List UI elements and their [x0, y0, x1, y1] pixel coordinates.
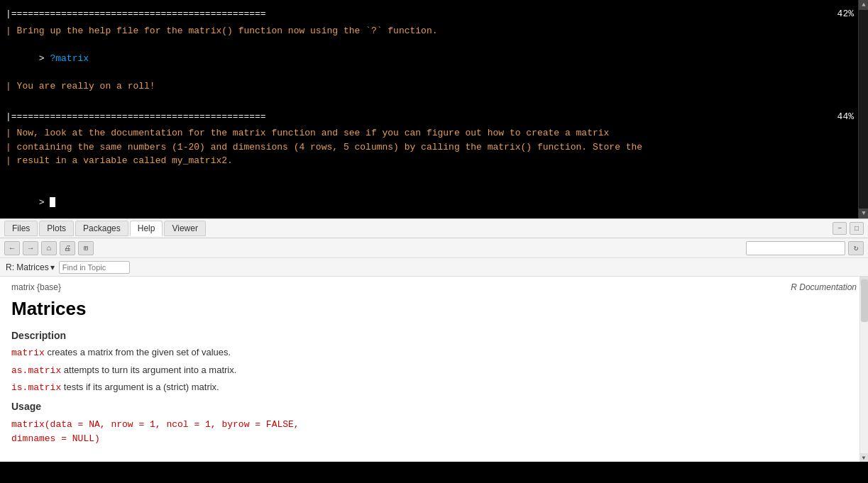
- nav-search-input[interactable]: [746, 241, 845, 255]
- files-plots-toolbar: Files Plots Packages Help Viewer − □: [0, 218, 868, 238]
- term-instruction-3: | containing the same numbers (1-20) and…: [0, 140, 868, 155]
- help-rdoc-label: R Documentation: [791, 282, 857, 292]
- breadcrumb-package[interactable]: R: Matrices ▾: [6, 262, 55, 272]
- term-prompt-1[interactable]: > ?matrix: [0, 38, 868, 79]
- term-divider-text-2: |=======================================…: [6, 110, 266, 124]
- help-usage-line2: dimnames = NULL): [11, 432, 857, 447]
- help-scroll-down-arrow[interactable]: ▼: [859, 453, 868, 462]
- help-desc-ismatrix-text: tests if its argument is a (strict) matr…: [61, 382, 219, 392]
- term-divider-text-1: |=======================================…: [6, 7, 266, 21]
- help-package-label: matrix {base}: [11, 282, 61, 292]
- help-usage-code: matrix(data = NA, nrow = 1, ncol = 1, by…: [0, 415, 868, 450]
- help-desc-matrix-text: creates a matrix from the given set of v…: [45, 347, 231, 357]
- breadcrumb-dropdown-icon: ▾: [50, 262, 55, 272]
- tab-help[interactable]: Help: [130, 221, 163, 236]
- maximize-button[interactable]: □: [850, 222, 864, 235]
- help-content-panel: matrix {base} R Documentation Matrices D…: [0, 277, 868, 462]
- term-command-1: ?matrix: [50, 53, 89, 64]
- find-topic-input[interactable]: [59, 261, 130, 274]
- terminal-scrollbar[interactable]: ▲ ▼: [858, 0, 868, 218]
- term-prompt-symbol: >: [39, 53, 50, 64]
- term-divider-2: |=======================================…: [0, 107, 868, 127]
- help-code-ismatrix: is.matrix: [11, 382, 61, 393]
- help-usage-heading: Usage: [0, 396, 868, 415]
- help-description-heading: Description: [0, 326, 868, 344]
- help-desc-matrix: matrix creates a matrix from the given s…: [0, 344, 868, 362]
- term-prompt-2[interactable]: >: [0, 182, 868, 218]
- term-blank-1: [0, 93, 868, 107]
- help-desc-asmatrix: as.matrix attempts to turn its argument …: [0, 362, 868, 379]
- help-nav-row: ← → ⌂ 🖨 ⊞ ↻: [0, 238, 868, 258]
- terminal-panel: |=======================================…: [0, 0, 868, 218]
- term-instruction-1: | Bring up the help file for the matrix(…: [0, 24, 868, 38]
- nav-bookmark-button[interactable]: ⊞: [78, 241, 94, 255]
- help-desc-asmatrix-text: attempts to turn its argument into a mat…: [61, 365, 236, 375]
- help-scroll-thumb[interactable]: [861, 279, 868, 322]
- nav-print-button[interactable]: 🖨: [60, 241, 75, 255]
- minimize-button[interactable]: −: [833, 222, 847, 235]
- help-code-asmatrix: as.matrix: [11, 365, 61, 376]
- term-percent-1: 42%: [837, 7, 854, 21]
- term-divider-1: |=======================================…: [0, 4, 868, 24]
- help-code-matrix: matrix: [11, 348, 45, 358]
- nav-back-button[interactable]: ←: [4, 241, 20, 255]
- scroll-down-arrow[interactable]: ▼: [859, 209, 868, 218]
- term-cursor: [50, 197, 55, 207]
- nav-refresh-button[interactable]: ↻: [848, 241, 864, 255]
- term-instruction-2: | Now, look at the documentation for the…: [0, 126, 868, 140]
- tab-packages[interactable]: Packages: [75, 221, 128, 236]
- help-desc-ismatrix: is.matrix tests if its argument is a (st…: [0, 379, 868, 396]
- toolbar-window-controls: − □: [833, 222, 864, 235]
- nav-forward-button[interactable]: →: [23, 241, 38, 255]
- help-usage-line1: matrix(data = NA, nrow = 1, ncol = 1, by…: [11, 418, 857, 433]
- breadcrumb-row: R: Matrices ▾: [0, 258, 868, 277]
- breadcrumb-package-label: R: Matrices: [6, 262, 49, 272]
- term-instruction-4: | result in a variable called my_matrix2…: [0, 154, 868, 168]
- tab-viewer[interactable]: Viewer: [164, 221, 205, 236]
- help-header-row: matrix {base} R Documentation: [0, 277, 868, 295]
- help-scrollbar[interactable]: ▲ ▼: [859, 277, 868, 462]
- nav-home-button[interactable]: ⌂: [41, 241, 57, 255]
- tab-plots[interactable]: Plots: [39, 221, 74, 236]
- term-response-1: | You are really on a roll!: [0, 79, 868, 94]
- tab-files[interactable]: Files: [4, 221, 38, 236]
- term-blank-2: [0, 168, 868, 182]
- help-title: Matrices: [0, 295, 868, 326]
- term-percent-2: 44%: [837, 110, 854, 124]
- scroll-up-arrow[interactable]: ▲: [859, 0, 868, 10]
- term-prompt-symbol-2: >: [39, 197, 50, 208]
